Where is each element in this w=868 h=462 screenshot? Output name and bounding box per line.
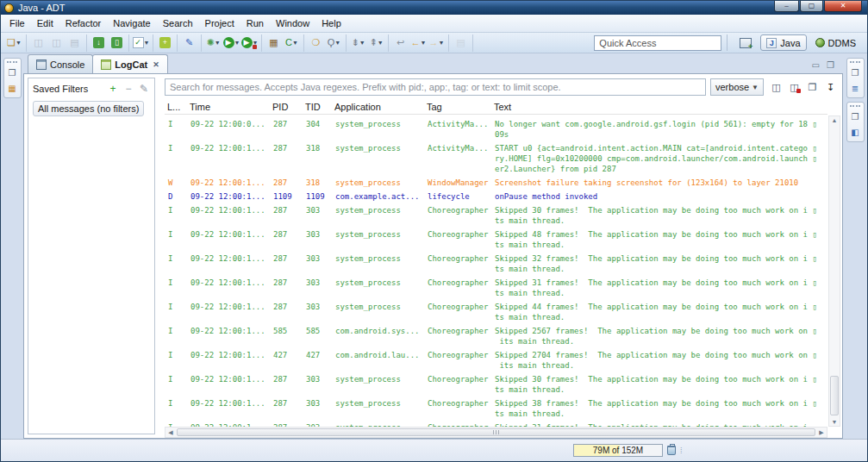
- new-test-icon[interactable]: ✓▼: [132, 35, 150, 51]
- column-header-application[interactable]: Application: [332, 102, 424, 112]
- export-log-icon[interactable]: ◫: [768, 79, 784, 95]
- log-panel: verbose ▼ ◫◫❐↧ L...TimePIDTIDApplication…: [163, 74, 842, 438]
- tab-console[interactable]: Console: [28, 54, 93, 73]
- drag-handle[interactable]: [7, 61, 17, 63]
- lint-icon[interactable]: ✎: [180, 35, 198, 51]
- task-list-icon[interactable]: ◧: [848, 126, 862, 139]
- maximize-button[interactable]: ▢: [800, 1, 823, 12]
- column-header-tag[interactable]: Tag: [424, 102, 491, 112]
- scroll-down-icon[interactable]: ▼: [829, 419, 840, 425]
- clear-log-icon[interactable]: ◫: [786, 79, 802, 95]
- column-header-tid[interactable]: TID: [303, 102, 332, 112]
- print-icon[interactable]: ▤: [66, 35, 84, 51]
- logcat-search-input[interactable]: [165, 78, 706, 96]
- restore-pane-icon[interactable]: ❐: [848, 110, 862, 123]
- vertical-scrollbar-thumb[interactable]: [830, 376, 839, 415]
- column-header-pid[interactable]: PID: [270, 102, 303, 112]
- cell-app: system_process: [332, 374, 424, 395]
- tab-logcat[interactable]: LogCat✕: [92, 54, 167, 73]
- log-row[interactable]: I09-22 12:00:1...585585com.android.sys..…: [165, 322, 827, 346]
- back-icon[interactable]: ←▼: [409, 35, 428, 51]
- open-type-icon[interactable]: ❍: [307, 35, 325, 51]
- run-garbage-collector-button[interactable]: [667, 446, 676, 455]
- cell-tid: 318: [303, 178, 332, 188]
- scroll-left-icon[interactable]: ◀: [165, 429, 176, 436]
- tab-label: LogCat: [115, 59, 147, 70]
- scroll-up-icon[interactable]: ▲: [829, 117, 840, 123]
- log-row[interactable]: I09-22 12:00:1...287303system_processCho…: [165, 395, 827, 419]
- menu-search[interactable]: Search: [157, 16, 199, 30]
- forward-icon[interactable]: →▼: [428, 35, 446, 51]
- new-android-project-icon[interactable]: +: [156, 35, 174, 51]
- log-row[interactable]: I09-22 12:00:1...287303system_processCho…: [165, 371, 827, 395]
- restore-pane-icon[interactable]: ❐: [5, 66, 19, 79]
- log-row[interactable]: I09-22 12:00:1...287303system_processCho…: [165, 226, 827, 250]
- minimize-button[interactable]: –: [774, 1, 799, 12]
- log-row[interactable]: D09-22 12:00:1...11091109com.example.act…: [165, 188, 827, 202]
- java-package-icon[interactable]: ▦: [265, 35, 283, 51]
- menu-edit[interactable]: Edit: [31, 16, 59, 30]
- next-annotation-icon[interactable]: ⇟▼: [349, 35, 367, 51]
- vertical-scrollbar[interactable]: ▲ ▼: [828, 116, 840, 427]
- log-row[interactable]: I09-22 12:00:0...287304system_processAct…: [165, 116, 827, 140]
- filter-all-messages[interactable]: All messages (no filters): [33, 101, 144, 116]
- drag-handle[interactable]: [850, 61, 860, 63]
- new-java-class-icon[interactable]: C▼: [283, 35, 301, 51]
- column-header-time[interactable]: Time: [187, 102, 270, 112]
- column-header-text[interactable]: Text: [491, 102, 827, 112]
- drag-handle[interactable]: [850, 105, 860, 107]
- log-row[interactable]: I09-22 12:00:1...287303system_processCho…: [165, 274, 827, 298]
- link-with-editor-icon[interactable]: ▤: [452, 35, 470, 51]
- quick-access-input[interactable]: [594, 35, 721, 51]
- minimize-view-icon[interactable]: ▭: [812, 61, 820, 70]
- scroll-right-icon[interactable]: ▶: [816, 429, 827, 436]
- log-row[interactable]: I09-22 12:00:1...287318system_processAct…: [165, 140, 827, 174]
- column-header-l[interactable]: L...: [165, 102, 187, 112]
- remove-filter-icon[interactable]: −: [122, 83, 134, 95]
- android-virtual-device-manager-icon[interactable]: ▯: [108, 35, 126, 51]
- menu-file[interactable]: File: [3, 16, 31, 30]
- log-row[interactable]: I09-22 12:00:1287303system_processChoreo…: [165, 419, 827, 427]
- run-icon[interactable]: ▶▼: [222, 35, 240, 51]
- scroll-to-end-icon[interactable]: ↧: [822, 79, 839, 95]
- run-external-tools-icon[interactable]: ▶▼: [240, 35, 259, 51]
- outline-icon[interactable]: ≣: [848, 82, 862, 95]
- last-edit-location-icon[interactable]: ↩: [391, 35, 409, 51]
- close-tab-icon[interactable]: ✕: [153, 60, 159, 69]
- previous-annotation-icon[interactable]: ⇞▼: [367, 35, 385, 51]
- perspective-ddms-button[interactable]: DDMS: [809, 34, 862, 51]
- debug-icon[interactable]: ✺▼: [204, 35, 222, 51]
- cell-tid: 303: [303, 398, 332, 419]
- menu-help[interactable]: Help: [315, 16, 347, 30]
- log-row[interactable]: I09-22 12:00:1...287303system_processCho…: [165, 298, 827, 322]
- new-wizard-icon[interactable]: ❏▼: [5, 35, 23, 51]
- open-perspective-icon: [740, 38, 752, 48]
- horizontal-scrollbar-thumb[interactable]: [177, 428, 815, 436]
- package-explorer-icon[interactable]: ▦: [5, 82, 19, 95]
- perspective-java-button[interactable]: Java: [760, 34, 806, 51]
- cell-tid: 318: [303, 143, 332, 174]
- log-row[interactable]: W09-22 12:00:1...287318system_processWin…: [165, 174, 827, 188]
- menu-window[interactable]: Window: [270, 16, 315, 30]
- close-button[interactable]: ✕: [824, 1, 862, 12]
- menu-project[interactable]: Project: [199, 16, 240, 30]
- horizontal-scrollbar[interactable]: ◀ ▶: [165, 427, 827, 438]
- menu-navigate[interactable]: Navigate: [107, 16, 156, 30]
- log-row[interactable]: I09-22 12:00:1...287303system_processCho…: [165, 202, 827, 226]
- maximize-view-icon[interactable]: ❐: [827, 61, 834, 70]
- menu-run[interactable]: Run: [240, 16, 270, 30]
- open-perspective-button[interactable]: [734, 34, 758, 51]
- log-row[interactable]: I09-22 12:00:1...287303system_processCho…: [165, 250, 827, 274]
- menu-refactor[interactable]: Refactor: [59, 16, 108, 30]
- add-filter-icon[interactable]: +: [107, 83, 119, 95]
- display-saved-filters-view-icon[interactable]: ❐: [804, 79, 821, 95]
- cell-app: system_process: [332, 119, 424, 140]
- save-icon[interactable]: ◫: [29, 35, 47, 51]
- save-all-icon[interactable]: ◫: [47, 35, 66, 51]
- restore-pane-icon[interactable]: ❐: [848, 66, 862, 79]
- log-row[interactable]: I09-22 12:00:1...427427com.android.lau..…: [165, 346, 827, 371]
- android-sdk-manager-icon[interactable]: ↓: [90, 35, 108, 51]
- log-level-dropdown[interactable]: verbose ▼: [710, 78, 764, 96]
- search-icon[interactable]: Ϙ▼: [325, 35, 343, 51]
- edit-filter-icon[interactable]: ✎: [138, 83, 150, 95]
